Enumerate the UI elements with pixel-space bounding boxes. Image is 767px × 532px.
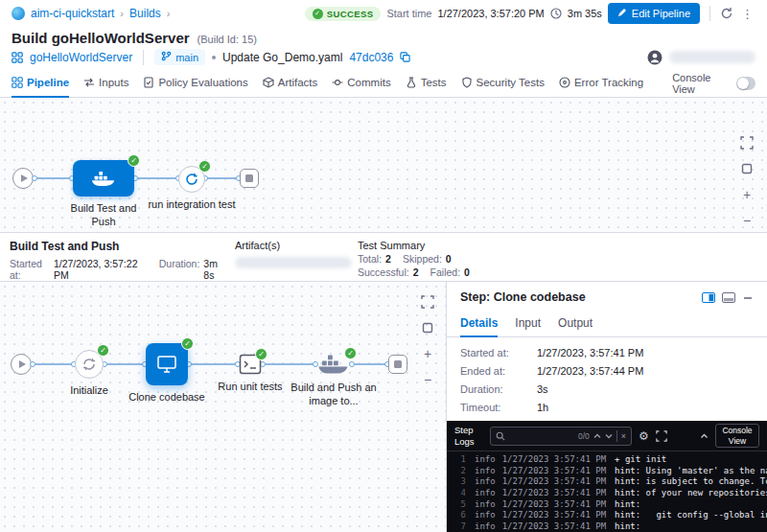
edit-pipeline-button[interactable]: Edit Pipeline: [608, 3, 700, 24]
execution-canvas-controls: + −: [419, 293, 436, 388]
zoom-in-button[interactable]: +: [738, 186, 755, 203]
step-node-clone-codebase[interactable]: ✓ Clone codebase: [121, 343, 213, 405]
started-at-label: Started at:: [10, 258, 50, 281]
artifacts-label: Artifact(s): [235, 240, 358, 251]
stage-canvas-controls: + −: [738, 134, 755, 229]
branch-chip[interactable]: main: [154, 49, 205, 65]
tab-output[interactable]: Output: [558, 311, 593, 337]
fit-view-button[interactable]: [419, 319, 436, 336]
tab-security-tests[interactable]: Security Tests: [461, 69, 545, 98]
tab-error-tracking[interactable]: Error Tracking: [559, 69, 643, 98]
tab-input[interactable]: Input: [515, 311, 541, 337]
kebab-menu-icon[interactable]: ⋮: [739, 7, 755, 21]
field-value: 1/27/2023, 3:57:41 PM: [537, 347, 643, 359]
execution-graph-canvas[interactable]: ✓ Initialize ✓ Clone codebase ✓ Run unit…: [0, 282, 446, 532]
refresh-icon[interactable]: [720, 7, 733, 20]
tab-label: Pipeline: [27, 77, 69, 88]
log-timestamp: 1/27/2023 3:57:41 PM: [502, 476, 606, 488]
log-fullscreen-icon[interactable]: [656, 430, 667, 442]
log-search-box[interactable]: 0/0 ×: [490, 427, 632, 446]
step-node-run-unit-tests[interactable]: ✓ Run unit tests: [204, 354, 296, 394]
fit-view-button[interactable]: [738, 160, 755, 177]
repo-name-link[interactable]: goHelloWorldServer: [30, 51, 132, 64]
fullscreen-button[interactable]: [419, 293, 436, 311]
log-settings-gear-icon[interactable]: ⚙: [639, 429, 649, 443]
log-level: info: [475, 521, 496, 532]
field-value: 1/27/2023, 3:57:44 PM: [537, 365, 643, 377]
search-close-icon[interactable]: ×: [621, 431, 626, 441]
edit-pipeline-label: Edit Pipeline: [632, 8, 690, 19]
successful-value: 2: [413, 266, 419, 278]
shield-icon: [461, 77, 473, 88]
log-message: + git init: [615, 454, 666, 466]
status-badge: ✓ SUCCESS: [305, 7, 382, 21]
minimize-panel-icon[interactable]: [742, 292, 754, 303]
tab-label: Artifacts: [278, 77, 318, 88]
step-detail-panel: Step: Clone codebase Details Input Outpu…: [446, 282, 767, 532]
error-tracking-icon: [559, 77, 570, 88]
search-next-icon[interactable]: [605, 433, 613, 439]
log-line: 5info1/27/2023 3:57:41 PMhint:: [454, 499, 759, 511]
line-number: 6: [454, 510, 466, 521]
tab-inputs[interactable]: Inputs: [83, 69, 128, 98]
duration-value: 3m 8s: [203, 258, 221, 281]
layout-bottom-view-icon[interactable]: [722, 292, 735, 303]
collapse-caret-icon[interactable]: [700, 433, 709, 439]
tests-flask-icon: [406, 77, 417, 88]
zoom-out-button[interactable]: −: [738, 212, 755, 229]
execution-start-node[interactable]: [11, 354, 32, 375]
zoom-in-button[interactable]: +: [419, 345, 436, 362]
tab-details[interactable]: Details: [460, 311, 498, 337]
success-check-icon: ✓: [344, 347, 357, 359]
tab-policy-evaluations[interactable]: Policy Evaluations: [143, 69, 247, 98]
log-console: Step Logs 0/0 × ⚙ Console View 1info1/27…: [447, 421, 767, 532]
fullscreen-button[interactable]: [738, 134, 755, 151]
zoom-out-button[interactable]: −: [419, 371, 436, 388]
log-search-input[interactable]: [509, 431, 574, 441]
console-view-button[interactable]: Console View: [715, 424, 759, 448]
failed-value: 0: [464, 266, 470, 278]
meta-row: goHelloWorldServer main Update Go_Demo.y…: [0, 47, 767, 69]
log-timestamp: 1/27/2023 3:57:41 PM: [502, 499, 606, 511]
log-level: info: [475, 499, 496, 511]
stage-node-run-integration-test[interactable]: ✓ run integration test: [146, 166, 238, 212]
log-timestamp: 1/27/2023 3:57:41 PM: [502, 521, 606, 532]
skipped-value: 0: [446, 253, 452, 265]
commit-sha-link[interactable]: 47dc036: [349, 51, 393, 64]
pipeline-end-node[interactable]: [240, 169, 259, 188]
layout-right-view-icon[interactable]: [702, 292, 715, 303]
tab-tests[interactable]: Tests: [406, 69, 447, 98]
execution-end-node[interactable]: [388, 355, 407, 374]
skipped-label: Skipped:: [403, 253, 442, 265]
copy-icon[interactable]: [400, 52, 410, 62]
breadcrumb-builds[interactable]: Builds: [129, 7, 161, 20]
search-prev-icon[interactable]: [593, 433, 601, 439]
line-number: 1: [454, 454, 466, 466]
tab-artifacts[interactable]: Artifacts: [263, 69, 318, 98]
tab-commits[interactable]: Commits: [332, 69, 390, 98]
test-summary-label: Test Summary: [358, 240, 470, 251]
log-timestamp: 1/27/2023 3:57:41 PM: [502, 454, 606, 466]
step-node-label: Clone codebase: [128, 391, 205, 405]
tab-label: Error Tracking: [574, 77, 643, 88]
log-timestamp: 1/27/2023 3:57:41 PM: [502, 466, 606, 477]
log-timestamp: 1/27/2023 3:57:41 PM: [502, 488, 606, 499]
field-label: Timeout:: [460, 402, 537, 413]
project-avatar-icon: [12, 7, 25, 20]
failed-label: Failed:: [430, 266, 461, 278]
policy-icon: [143, 77, 154, 88]
line-number: 3: [454, 476, 466, 488]
log-line: 7info1/27/2023 3:57:41 PMhint:: [454, 521, 759, 532]
user-name-redacted: [669, 51, 755, 63]
log-level: info: [475, 510, 496, 521]
stage-graph-canvas[interactable]: ✓ Build Test and Push ✓ run integration …: [0, 98, 767, 232]
tab-pipeline[interactable]: Pipeline: [12, 69, 69, 98]
console-view-toggle[interactable]: [736, 77, 755, 90]
step-node-build-and-push[interactable]: ✓ Build and Push an image to...: [288, 353, 380, 408]
duration-label: Duration:: [159, 258, 200, 281]
pipeline-start-node[interactable]: [12, 168, 34, 189]
log-output[interactable]: 1info1/27/2023 3:57:41 PM+ git init 2inf…: [447, 451, 767, 532]
stage-node-build-test-and-push[interactable]: ✓ Build Test and Push: [58, 160, 150, 229]
breadcrumb-project[interactable]: aim-ci-quickstart: [31, 7, 114, 20]
clock-icon: [550, 8, 562, 19]
